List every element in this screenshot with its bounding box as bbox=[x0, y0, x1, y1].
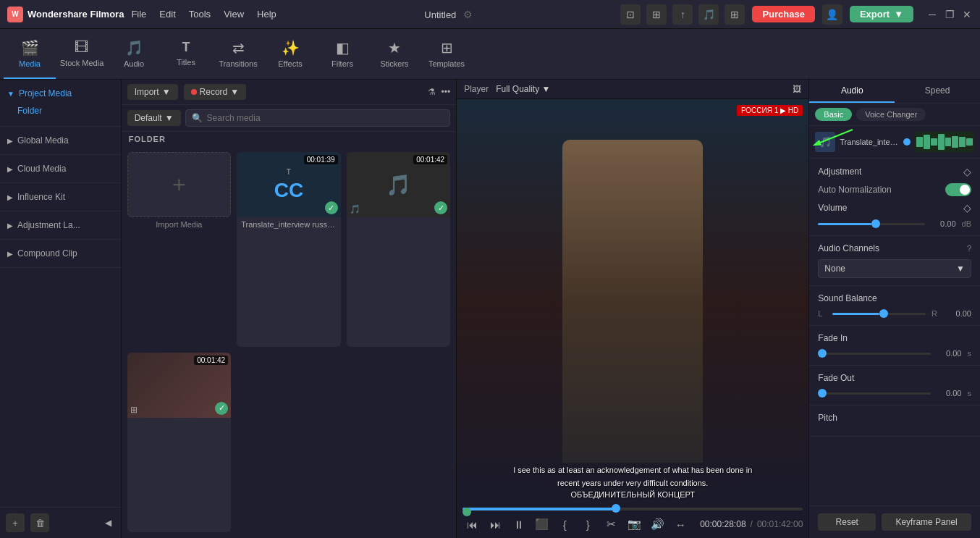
nav-media[interactable]: 🎬 Media bbox=[4, 30, 56, 79]
auto-norm-toggle[interactable] bbox=[945, 183, 971, 196]
fade-out-thumb[interactable] bbox=[818, 389, 827, 398]
fade-out-title: Fade Out bbox=[818, 373, 854, 383]
nav-filters[interactable]: ◧ Filters bbox=[316, 30, 368, 79]
user-avatar[interactable]: 👤 bbox=[822, 4, 842, 25]
nav-effects[interactable]: ✨ Effects bbox=[264, 30, 316, 79]
volume-keyframe-icon[interactable]: ◇ bbox=[963, 202, 971, 214]
adjustment-icon[interactable]: ◇ bbox=[963, 166, 971, 177]
mark-out-button[interactable]: } bbox=[578, 515, 597, 534]
nav-transitions[interactable]: ⇄ Transitions bbox=[212, 30, 264, 79]
channel-select[interactable]: None ▼ bbox=[818, 259, 971, 278]
icon-btn-5[interactable]: ⊞ bbox=[725, 4, 745, 25]
subtab-basic[interactable]: Basic bbox=[815, 108, 852, 121]
next-frame-button[interactable]: ⏭ bbox=[486, 515, 504, 534]
media-check-icon-2: ✓ bbox=[434, 201, 447, 214]
sound-balance-title: Sound Balance bbox=[818, 293, 876, 303]
icon-btn-2[interactable]: ⊞ bbox=[646, 4, 667, 25]
subtab-voice-changer[interactable]: Voice Changer bbox=[856, 108, 926, 121]
global-media-arrow: ▶ bbox=[7, 137, 13, 145]
fade-in-slider-row: 0.00 s bbox=[818, 349, 971, 358]
icon-btn-4[interactable]: 🎵 bbox=[698, 4, 719, 25]
media-toolbar: Import ▼ Record ▼ ⚗ ••• bbox=[122, 80, 457, 105]
media-duration-video1: 00:01:42 bbox=[413, 155, 447, 164]
sound-balance-thumb[interactable] bbox=[879, 309, 888, 318]
default-selector[interactable]: Default ▼ bbox=[127, 110, 181, 126]
search-input[interactable] bbox=[207, 113, 444, 123]
media-item-translate[interactable]: 00:01:39 T CC ✓ Translate_interview russ… bbox=[237, 152, 341, 347]
clip-button[interactable]: ✂ bbox=[601, 515, 620, 534]
menu-file[interactable]: File bbox=[131, 9, 146, 20]
fade-out-track[interactable] bbox=[818, 392, 930, 395]
maximize-button[interactable]: ❐ bbox=[944, 9, 955, 20]
influence-kit-item[interactable]: ▶ Influence Kit bbox=[7, 189, 114, 205]
export-button[interactable]: Export ▼ bbox=[850, 6, 913, 22]
nav-audio[interactable]: 🎵 Audio bbox=[108, 30, 160, 79]
tab-audio[interactable]: Audio bbox=[809, 80, 895, 103]
adjustment-item[interactable]: ▶ Adjustment La... bbox=[7, 217, 114, 233]
audio-channels-help-icon[interactable]: ? bbox=[967, 244, 971, 253]
audio-track-item[interactable]: 🎵 Translate_interview ... bbox=[809, 126, 980, 159]
keyframe-panel-button[interactable]: Keyframe Panel bbox=[882, 513, 971, 531]
volume-slider-thumb[interactable] bbox=[871, 219, 880, 228]
voice-button[interactable]: 🔊 bbox=[648, 515, 667, 534]
quality-selector[interactable]: Full Quality ▼ bbox=[496, 84, 550, 94]
menu-bar: File Edit Tools View Help bbox=[131, 9, 276, 20]
grid-view-icon: ⊞ bbox=[130, 405, 138, 415]
nav-stickers[interactable]: ★ Stickers bbox=[368, 30, 421, 79]
fade-in-track[interactable] bbox=[818, 353, 930, 355]
compound-clip-arrow: ▶ bbox=[7, 250, 13, 258]
menu-tools[interactable]: Tools bbox=[189, 9, 211, 20]
stock-media-icon: 🎞 bbox=[75, 39, 89, 56]
filter-icon[interactable]: ⚗ bbox=[428, 87, 436, 97]
volume-slider-track[interactable] bbox=[818, 223, 924, 225]
reset-button[interactable]: Reset bbox=[818, 513, 876, 531]
global-media-item[interactable]: ▶ Global Media bbox=[7, 133, 114, 148]
nav-stock-media[interactable]: 🎞 Stock Media bbox=[56, 30, 108, 79]
time-total: 00:01:42:00 bbox=[757, 519, 803, 529]
add-media-item[interactable]: + Import Media bbox=[127, 152, 232, 347]
icon-btn-1[interactable]: ⊡ bbox=[620, 4, 641, 25]
mark-in-button[interactable]: { bbox=[555, 515, 574, 534]
record-button[interactable]: Record ▼ bbox=[184, 84, 247, 100]
prev-frame-button[interactable]: ⏮ bbox=[462, 515, 481, 534]
media-check-icon: ✓ bbox=[325, 201, 338, 214]
media-item-video1[interactable]: 00:01:42 🎵 ✓ 🎵 bbox=[347, 152, 451, 347]
sound-balance-track[interactable] bbox=[832, 313, 926, 315]
menu-view[interactable]: View bbox=[224, 9, 244, 20]
fade-in-thumb[interactable] bbox=[818, 349, 827, 358]
title-edit-icon[interactable]: ⚙ bbox=[463, 9, 473, 20]
auto-norm-label: Auto Normalization bbox=[818, 185, 891, 195]
stop-button[interactable]: ⬛ bbox=[532, 515, 551, 534]
import-button[interactable]: Import ▼ bbox=[127, 84, 178, 100]
audio-track-icon: 🎵 bbox=[815, 132, 835, 152]
tab-speed[interactable]: Speed bbox=[895, 80, 980, 103]
cloud-media-item[interactable]: ▶ Cloud Media bbox=[7, 161, 114, 177]
nav-templates[interactable]: ⊞ Templates bbox=[421, 30, 473, 79]
pause-button[interactable]: ⏸ bbox=[509, 515, 528, 534]
preview-screenshot-icon[interactable]: 🖼 bbox=[793, 84, 801, 94]
delete-button[interactable]: 🗑 bbox=[30, 513, 49, 532]
progress-thumb[interactable] bbox=[612, 504, 620, 513]
icon-btn-3[interactable]: ↑ bbox=[672, 4, 693, 25]
nav-titles[interactable]: T Titles bbox=[160, 30, 212, 79]
audio-channels-header: Audio Channels ? bbox=[818, 243, 971, 253]
snapshot-button[interactable]: 📷 bbox=[625, 515, 643, 534]
cloud-media-section: ▶ Cloud Media bbox=[0, 155, 121, 183]
extra-button[interactable]: ↔ bbox=[671, 515, 690, 534]
media-item-video2[interactable]: 00:01:42 ✓ ⊞ bbox=[127, 353, 232, 533]
collapse-panel-button[interactable]: ◀ bbox=[102, 516, 115, 529]
minimize-button[interactable]: ─ bbox=[926, 9, 938, 20]
menu-help[interactable]: Help bbox=[257, 9, 276, 20]
purchase-button[interactable]: Purchase bbox=[752, 6, 815, 22]
add-media-button[interactable]: + bbox=[127, 152, 232, 217]
media-check-icon-3: ✓ bbox=[215, 402, 228, 415]
folder-label[interactable]: Folder bbox=[7, 101, 114, 120]
more-icon[interactable]: ••• bbox=[442, 87, 451, 97]
add-folder-button[interactable]: + bbox=[6, 513, 25, 532]
compound-clip-item[interactable]: ▶ Compound Clip bbox=[7, 245, 114, 261]
project-media-item[interactable]: ▼ Project Media bbox=[7, 85, 114, 101]
menu-edit[interactable]: Edit bbox=[159, 9, 175, 20]
adjustment-section: ▶ Adjustment La... bbox=[0, 211, 121, 240]
close-button[interactable]: ✕ bbox=[961, 9, 973, 20]
progress-bar[interactable] bbox=[462, 508, 803, 510]
